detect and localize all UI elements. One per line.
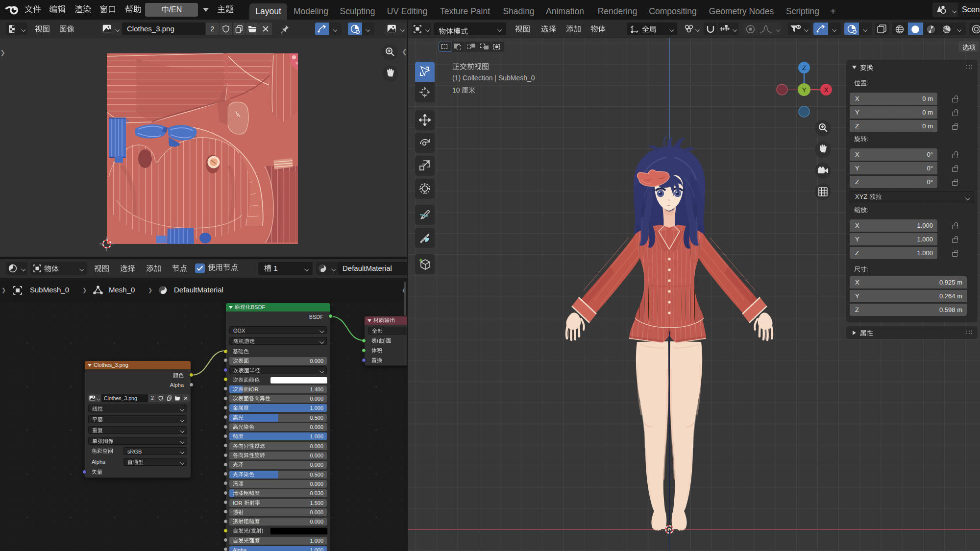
svg-text:Y: Y xyxy=(802,86,807,94)
svg-text:X: X xyxy=(824,86,829,94)
svg-text:Z: Z xyxy=(802,64,806,72)
